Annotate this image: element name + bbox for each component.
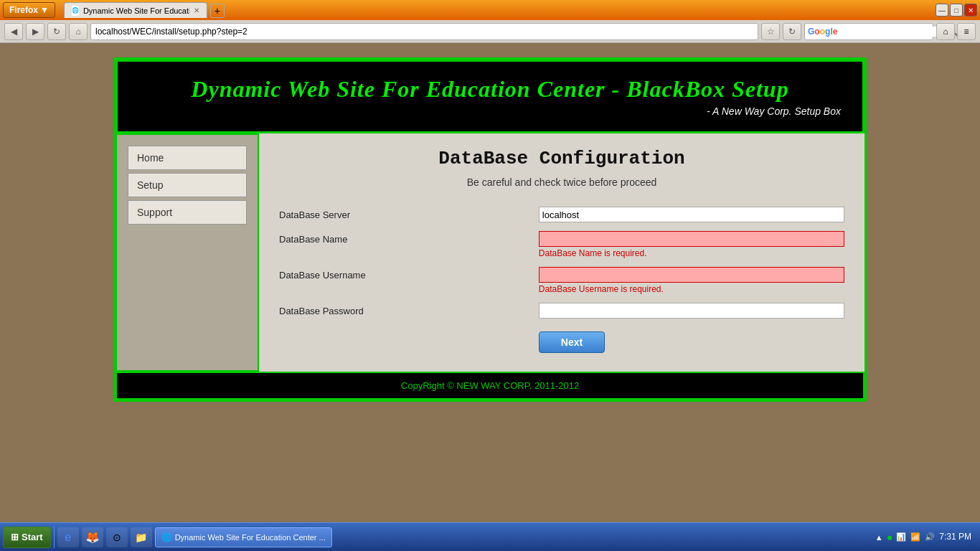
new-tab-button[interactable]: + <box>210 4 225 18</box>
ie-icon-glyph: e <box>65 531 71 544</box>
active-tab[interactable]: 🌐 Dynamic Web Site For Education Center … <box>64 2 207 18</box>
tab-close-button[interactable]: ✕ <box>194 6 199 14</box>
firefox-taskbar-icon[interactable]: 🦊 <box>82 527 103 547</box>
db-name-error: DataBase Name is required. <box>539 248 844 258</box>
db-username-error: DataBase Username is required. <box>539 284 844 294</box>
taskbar-items: 🌐 Dynamic Web Site For Education Center … <box>155 527 867 547</box>
clock-display: 7:31 PM <box>939 532 971 543</box>
firefox-label: Firefox <box>9 5 38 15</box>
sidebar-item-home[interactable]: Home <box>128 146 247 170</box>
table-row: DataBase Name DataBase Name is required. <box>273 227 850 263</box>
db-name-label: DataBase Name <box>273 227 533 263</box>
next-button-cell: Next <box>533 323 850 357</box>
sidebar-support-label: Support <box>137 207 172 218</box>
toolbar-icons: ⌂ ≡ <box>936 23 976 40</box>
taskbar-item-label: Dynamic Web Site For Education Center ..… <box>175 533 326 542</box>
window-controls: — □ ✕ <box>936 4 977 17</box>
table-row: DataBase Username DataBase Username is r… <box>273 263 850 298</box>
folder-icon-glyph: 📁 <box>135 532 147 543</box>
firefox-icon-glyph: 🦊 <box>85 530 100 544</box>
db-username-input[interactable] <box>539 267 844 283</box>
site-footer: CopyRight © NEW WAY CORP. 2011-2012 <box>116 372 864 400</box>
table-row: DataBase Server <box>273 202 850 227</box>
chrome-icon-glyph: ⊙ <box>113 532 121 543</box>
sidebar-home-label: Home <box>137 152 164 164</box>
table-row: DataBase Password <box>273 298 850 323</box>
empty-cell <box>273 323 533 357</box>
google-logo: Google <box>808 27 837 37</box>
site-title: Dynamic Web Site For Education Center - … <box>139 76 841 103</box>
db-name-input[interactable] <box>539 231 844 247</box>
db-password-input[interactable] <box>539 303 844 319</box>
site-header: Dynamic Web Site For Education Center - … <box>116 60 864 133</box>
clock-time: 7:31 PM <box>939 532 971 542</box>
menu-icon-button[interactable]: ≡ <box>957 23 976 40</box>
back-button[interactable]: ◀ <box>4 23 23 40</box>
tab-bar: 🌐 Dynamic Web Site For Education Center … <box>64 2 225 18</box>
taskbar-browser-item[interactable]: 🌐 Dynamic Web Site For Education Center … <box>155 527 332 547</box>
tray-icon-volume: 🔊 <box>925 532 935 542</box>
system-tray: ▲ ■ 📊 📶 🔊 7:31 PM <box>870 532 977 543</box>
db-server-label: DataBase Server <box>273 202 533 227</box>
db-password-field-cell <box>533 298 850 323</box>
address-bar[interactable] <box>90 23 758 40</box>
sidebar-item-support[interactable]: Support <box>128 200 247 225</box>
main-container: Dynamic Web Site For Education Center - … <box>113 57 867 402</box>
taskbar: ⊞ Start e 🦊 ⊙ 📁 🌐 Dynamic Web Site For E… <box>0 522 980 551</box>
tray-icon-green: ■ <box>887 533 892 542</box>
home-icon-button[interactable]: ⌂ <box>936 23 955 40</box>
browser-toolbar: ◀ ▶ ↻ ⌂ ☆ ↻ Google 🔍 ⌂ ≡ <box>0 20 980 43</box>
tray-icon-3: 📶 <box>910 532 920 542</box>
tray-icon-1: ▲ <box>875 533 883 542</box>
browser-titlebar: Firefox ▼ 🌐 Dynamic Web Site For Educati… <box>0 0 980 20</box>
main-form-area: DataBase Configuration Be careful and ch… <box>259 133 864 372</box>
firefox-dropdown-icon: ▼ <box>40 5 49 15</box>
db-name-field-cell: DataBase Name is required. <box>533 227 850 263</box>
form-subtitle: Be careful and check twice before procee… <box>273 176 850 188</box>
tab-favicon: 🌐 <box>72 6 79 16</box>
maximize-button[interactable]: □ <box>950 4 963 17</box>
db-username-field-cell: DataBase Username is required. <box>533 263 850 298</box>
copyright-text: CopyRight © NEW WAY CORP. 2011-2012 <box>401 380 579 391</box>
taskbar-item-icon: 🌐 <box>161 532 172 542</box>
db-server-field-cell <box>533 202 850 227</box>
ie-icon[interactable]: e <box>57 527 79 547</box>
search-input[interactable] <box>840 27 948 37</box>
sidebar-setup-label: Setup <box>137 179 164 191</box>
firefox-menu-button[interactable]: Firefox ▼ <box>3 2 55 18</box>
sidebar: Home Setup Support <box>116 133 259 372</box>
bookmark-button[interactable]: ☆ <box>761 23 780 40</box>
sidebar-item-setup[interactable]: Setup <box>128 173 247 197</box>
home-button[interactable]: ⌂ <box>69 23 88 40</box>
chrome-icon[interactable]: ⊙ <box>106 527 128 547</box>
tray-icon-2: 📊 <box>896 532 906 542</box>
start-button[interactable]: ⊞ Start <box>3 527 51 548</box>
start-label: Start <box>22 532 43 542</box>
site-subtitle: - A New Way Corp. Setup Box <box>139 105 841 117</box>
refresh-small-button[interactable]: ↻ <box>783 23 801 40</box>
db-server-input[interactable] <box>539 207 844 222</box>
db-username-label: DataBase Username <box>273 263 533 298</box>
page-title: DataBase Configuration <box>273 148 850 169</box>
windows-icon: ⊞ <box>11 532 19 542</box>
config-table: DataBase Server DataBase Name DataBase N… <box>273 202 850 357</box>
close-button[interactable]: ✕ <box>964 4 977 17</box>
forward-button[interactable]: ▶ <box>26 23 44 40</box>
tab-title: Dynamic Web Site For Education Center ..… <box>83 6 189 15</box>
folder-icon[interactable]: 📁 <box>131 527 152 547</box>
next-button[interactable]: Next <box>539 331 605 353</box>
minimize-button[interactable]: — <box>936 4 948 17</box>
taskbar-divider <box>54 527 55 548</box>
reload-button[interactable]: ↻ <box>47 23 66 40</box>
table-row: Next <box>273 323 850 357</box>
db-password-label: DataBase Password <box>273 298 533 323</box>
content-area: Home Setup Support DataBase Configuratio… <box>116 133 864 372</box>
page-content: Dynamic Web Site For Education Center - … <box>0 43 980 474</box>
